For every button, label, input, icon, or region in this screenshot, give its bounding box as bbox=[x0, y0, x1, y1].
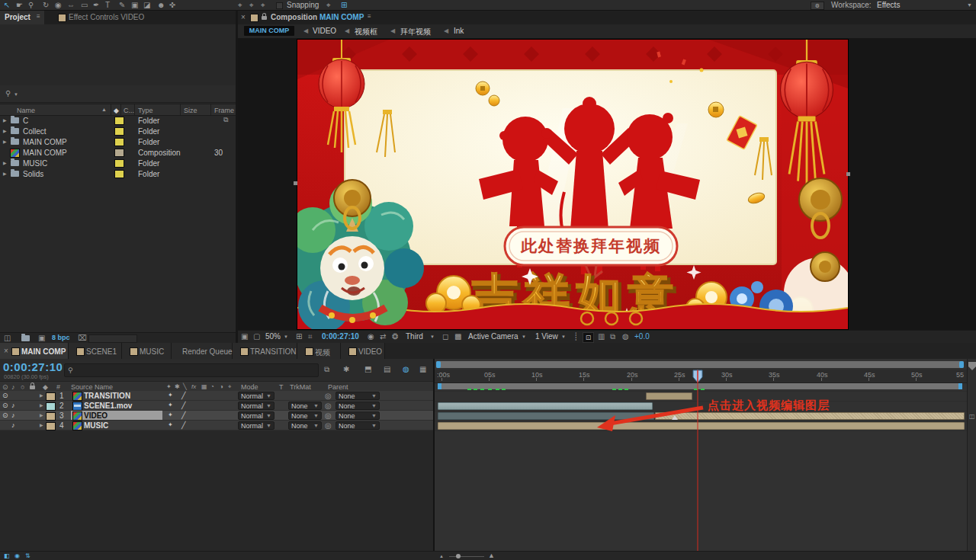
layer-name[interactable]: TRANSITION bbox=[84, 392, 130, 400]
sort-up-icon[interactable]: ▲ bbox=[101, 107, 107, 112]
mini-flowchart-icon[interactable]: ⧉ bbox=[610, 333, 615, 341]
parent-dropdown[interactable]: None▼ bbox=[336, 392, 380, 400]
layer-row-video[interactable]: ⊙ ♪ ▶ 3 VIDEO ✦ ╱ Normal▼ None▼ ◎ None▼ bbox=[0, 411, 433, 421]
pipeline-icon[interactable]: ┊ bbox=[573, 333, 578, 341]
shy-toggle[interactable]: ✦ bbox=[168, 392, 173, 398]
trash-icon[interactable]: ⌧ bbox=[78, 334, 87, 342]
comp-viewer[interactable]: 此处替换拜年视频 吉祥如意 吉祥如意 bbox=[238, 38, 976, 330]
quality-toggle[interactable]: ╱ bbox=[181, 422, 185, 429]
breadcrumb-video[interactable]: VIDEO bbox=[313, 27, 336, 35]
interpret-footage-icon[interactable]: ◫ bbox=[4, 334, 11, 342]
tab-scene1[interactable]: SCENE1 bbox=[69, 343, 122, 359]
graph-editor-icon[interactable]: ▦ bbox=[419, 366, 426, 373]
transparency-grid-icon[interactable]: ▩ bbox=[454, 333, 461, 341]
expand-icon[interactable]: ▶ bbox=[40, 413, 43, 418]
tab-effect-controls[interactable]: Effect Controls VIDEO bbox=[50, 11, 188, 24]
navigator-end-handle[interactable] bbox=[959, 361, 964, 368]
expand-icon[interactable]: ▶ bbox=[40, 393, 43, 398]
expand-icon[interactable]: ▶ bbox=[3, 118, 7, 123]
shy-toggle[interactable]: ✦ bbox=[168, 412, 173, 418]
label-swatch[interactable] bbox=[46, 412, 56, 421]
shy-toggle[interactable]: ✦ bbox=[168, 422, 173, 428]
expand-icon[interactable]: ▶ bbox=[3, 129, 7, 133]
layer-bar-video-left[interactable] bbox=[438, 412, 654, 420]
mode-column[interactable]: Mode bbox=[241, 383, 258, 391]
snap-option2-icon[interactable]: ⊞ bbox=[341, 2, 347, 9]
timeline-navigator[interactable] bbox=[436, 361, 964, 368]
search-icon[interactable]: ⚲ bbox=[5, 90, 11, 98]
region-of-interest-icon[interactable]: ◻ bbox=[442, 333, 448, 341]
toggle-switches-icon[interactable]: ◧ bbox=[4, 553, 10, 559]
snapshot-icon[interactable]: ◉ bbox=[368, 333, 374, 341]
expand-icon[interactable]: ▶ bbox=[3, 171, 7, 176]
view-layout-dropdown-icon[interactable]: ▼ bbox=[561, 334, 566, 339]
magnification-value[interactable]: 50% bbox=[265, 333, 281, 341]
work-area-end-handle[interactable] bbox=[958, 383, 962, 389]
layer-row-scene1[interactable]: ⊙ ♪ ▶ 2 SCENE1.mov ✦ ╱ Normal▼ None▼ ◎ N… bbox=[0, 401, 433, 411]
rotobrush-tool-icon[interactable]: ☻ bbox=[157, 2, 165, 9]
layer-name[interactable]: VIDEO bbox=[84, 411, 108, 420]
workspace-value[interactable]: Effects bbox=[877, 2, 900, 9]
label-swatch[interactable] bbox=[114, 159, 124, 168]
show-channel-icon[interactable]: ❂ bbox=[392, 333, 398, 341]
resolution-value[interactable]: Third bbox=[406, 333, 423, 341]
search-options-icon[interactable]: ▼ bbox=[14, 92, 18, 97]
trkmat-dropdown[interactable]: None▼ bbox=[288, 411, 322, 420]
label-swatch[interactable] bbox=[46, 392, 56, 401]
comp-button-icon[interactable]: ◫ bbox=[969, 414, 975, 420]
exposure-icon[interactable]: ◍ bbox=[622, 333, 629, 341]
pixel-aspect-icon[interactable]: ▥ bbox=[598, 333, 605, 341]
layer-bar-video-selected[interactable] bbox=[655, 412, 965, 420]
pickwhip-icon[interactable]: ◎ bbox=[325, 392, 332, 400]
eraser-tool-icon[interactable]: ◪ bbox=[143, 2, 150, 9]
label-column-icon[interactable]: ◆ bbox=[114, 107, 119, 114]
trkmat-dropdown[interactable]: None▼ bbox=[288, 402, 322, 410]
rotate-tool-icon[interactable]: ↻ bbox=[43, 2, 49, 9]
label-swatch[interactable] bbox=[114, 170, 124, 178]
panel-menu-icon[interactable]: ≡ bbox=[59, 348, 63, 354]
label-swatch[interactable] bbox=[114, 138, 124, 146]
toggle-transfer-icon[interactable]: ◉ bbox=[14, 553, 20, 559]
timeline-tracks-pane[interactable]: :00s 05s 10s 15s 20s 25s 30s 35s 40s 45s… bbox=[435, 359, 967, 551]
resolution-dropdown-icon[interactable]: ▼ bbox=[430, 334, 435, 339]
tab-video[interactable]: VIDEO bbox=[341, 343, 385, 359]
close-icon[interactable]: × bbox=[241, 14, 246, 21]
blend-mode-dropdown[interactable]: Normal▼ bbox=[238, 402, 274, 410]
stamp-tool-icon[interactable]: ▣ bbox=[131, 2, 138, 9]
selected-name-cell[interactable]: VIDEO bbox=[71, 411, 162, 420]
blend-mode-dropdown[interactable]: Normal▼ bbox=[238, 411, 274, 420]
comp-mini-flowchart-icon[interactable]: ⧉ bbox=[324, 366, 329, 373]
camera-dropdown-icon[interactable]: ▼ bbox=[522, 334, 526, 339]
toggle-inout-icon[interactable]: ⇅ bbox=[25, 553, 30, 559]
col-size[interactable]: Size bbox=[184, 107, 197, 114]
col-frame[interactable]: Frame . bbox=[214, 107, 238, 114]
source-name-column[interactable]: Source Name bbox=[71, 383, 113, 391]
parent-dropdown[interactable]: None▼ bbox=[336, 402, 380, 410]
project-row-maincomp-folder[interactable]: ▶ MAIN COMP Folder bbox=[0, 136, 236, 147]
layer-marker[interactable] bbox=[672, 415, 678, 420]
exposure-value[interactable]: +0.0 bbox=[634, 333, 650, 341]
breadcrumb-ink[interactable]: Ink bbox=[454, 27, 464, 35]
draft3d-icon[interactable]: ✱ bbox=[343, 366, 349, 373]
pen-tool-icon[interactable]: ✒ bbox=[93, 2, 99, 9]
pickwhip-icon[interactable]: ◎ bbox=[325, 412, 332, 420]
breadcrumb-shipinkuang[interactable]: 视频框 bbox=[355, 27, 377, 37]
col-type[interactable]: Type bbox=[138, 107, 153, 114]
new-folder-icon[interactable] bbox=[21, 335, 30, 341]
pan-behind-tool-icon[interactable]: ⇔ bbox=[67, 2, 75, 9]
label-swatch[interactable] bbox=[114, 149, 124, 157]
comp-stage[interactable]: 此处替换拜年视频 吉祥如意 吉祥如意 bbox=[297, 40, 848, 329]
work-area-start-handle[interactable] bbox=[438, 383, 441, 389]
motion-blur-icon[interactable]: ◍ bbox=[403, 366, 409, 373]
layer-handle-left[interactable] bbox=[294, 181, 297, 185]
trkmat-dropdown[interactable]: None▼ bbox=[288, 421, 322, 430]
always-preview-icon[interactable]: ▣ bbox=[241, 333, 248, 341]
quality-toggle[interactable]: ╱ bbox=[181, 402, 185, 409]
snapping-checkbox[interactable] bbox=[276, 2, 283, 9]
parent-dropdown[interactable]: None▼ bbox=[336, 421, 380, 430]
timeline-zoom-track[interactable] bbox=[449, 556, 484, 557]
pickwhip-icon[interactable]: ◎ bbox=[325, 422, 332, 430]
panel-menu-icon[interactable]: ≡ bbox=[368, 14, 371, 20]
layer-name[interactable]: SCENE1.mov bbox=[84, 402, 132, 410]
label-swatch[interactable] bbox=[46, 402, 56, 411]
